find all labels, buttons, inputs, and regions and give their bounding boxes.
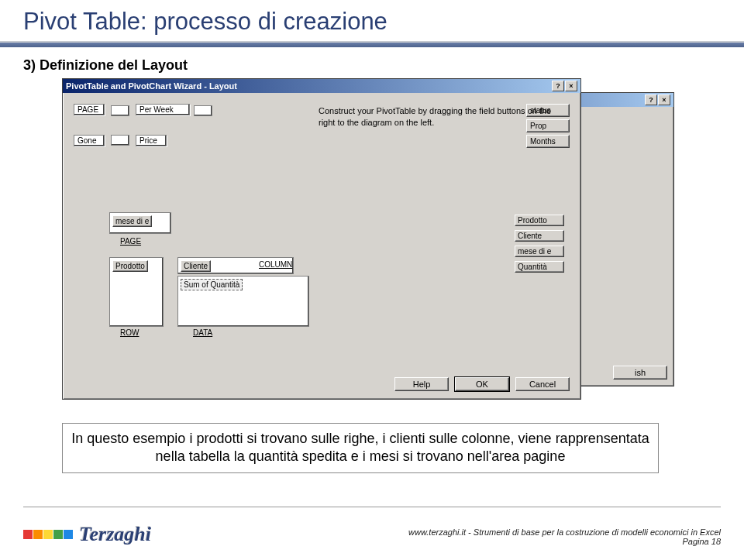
- field-quantita[interactable]: Quantità: [515, 261, 564, 273]
- diagram-col-drop: [194, 105, 212, 116]
- close-icon[interactable]: ×: [658, 94, 670, 105]
- field-cliente[interactable]: Cliente: [515, 230, 564, 242]
- help-icon[interactable]: ?: [552, 81, 564, 91]
- front-dialog-titlebar[interactable]: PivotTable and PivotChart Wizard - Layou…: [63, 79, 580, 93]
- page-field-chip[interactable]: mese di e: [112, 215, 152, 227]
- step-subtitle: 3) Definizione del Layout: [23, 57, 721, 74]
- wizard-layout-dialog: PivotTable and PivotChart Wizard - Layou…: [62, 78, 581, 400]
- dialog-area: ? × ish PivotTable and PivotChart Wizard…: [62, 78, 682, 400]
- close-icon[interactable]: ×: [565, 81, 577, 91]
- data-drop-zone[interactable]: Sum of Quantità: [177, 276, 309, 327]
- diagram-row-drop: [111, 135, 129, 146]
- page-drop-zone[interactable]: mese di e: [109, 212, 171, 234]
- logo-text: Terzaghi: [79, 523, 151, 546]
- field-mese[interactable]: mese di e: [515, 246, 564, 257]
- row-field-chip[interactable]: Prodotto: [112, 260, 148, 272]
- row-label: ROW: [120, 328, 139, 337]
- explanation-box: In questo esempio i prodotti si trovano …: [62, 423, 659, 473]
- dialog-title: PivotTable and PivotChart Wizard - Layou…: [66, 81, 237, 91]
- cancel-button[interactable]: Cancel: [515, 377, 570, 391]
- diagram-page-drop: [111, 105, 129, 116]
- diagram-col-label: Per Week: [136, 104, 190, 115]
- footer-caption: www.terzaghi.it - Strumenti di base per …: [408, 527, 721, 546]
- diagram-data-label: Price: [136, 135, 167, 146]
- footer-logo: Terzaghi: [23, 523, 151, 546]
- data-field-chip[interactable]: Sum of Quantità: [181, 279, 243, 290]
- field-list: Prodotto Cliente mese di e Quantità: [514, 214, 570, 273]
- footer-line1: www.terzaghi.it - Strumenti di base per …: [408, 527, 721, 537]
- field-prodotto[interactable]: Prodotto: [515, 215, 564, 226]
- diagram-legend: PAGE Per Week Gone Price: [74, 104, 229, 181]
- data-label: DATA: [193, 328, 212, 337]
- diagram-row-label: Gone: [74, 135, 105, 146]
- title-bar: [0, 41, 744, 47]
- column-field-chip[interactable]: Cliente: [181, 260, 211, 272]
- logo-squares-icon: [23, 530, 73, 539]
- instruction-text: Construct your PivotTable by dragging th…: [319, 105, 559, 129]
- layout-drop-area: mese di e PAGE Prodotto ROW Cliente COLU…: [92, 212, 418, 336]
- finish-button[interactable]: ish: [613, 366, 667, 380]
- row-drop-zone[interactable]: Prodotto: [109, 257, 164, 327]
- ok-button[interactable]: OK: [455, 377, 509, 391]
- footer-divider: [23, 507, 721, 507]
- help-icon[interactable]: ?: [645, 94, 657, 105]
- footer-page-number: Pagina 18: [408, 537, 721, 546]
- page-label: PAGE: [120, 237, 141, 246]
- page-title: Pivot Table: processo di creazione: [23, 8, 721, 36]
- column-label: COLUMN: [259, 260, 292, 269]
- help-button[interactable]: Help: [394, 377, 449, 391]
- mini-field-months[interactable]: Months: [526, 135, 570, 148]
- diagram-page-label: PAGE: [74, 104, 105, 115]
